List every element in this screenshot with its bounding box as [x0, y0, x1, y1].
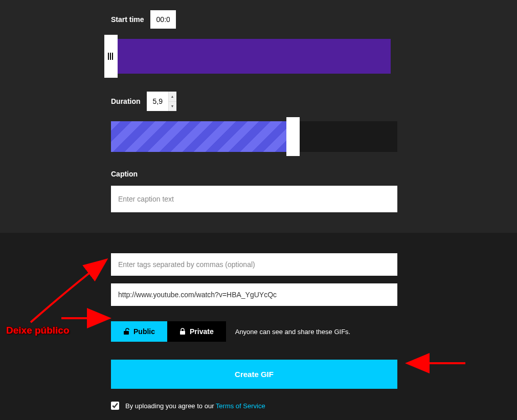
start-time-label: Start time — [111, 15, 144, 24]
duration-decrement-button[interactable]: ▼ — [169, 102, 176, 112]
source-url-input[interactable] — [111, 283, 397, 306]
private-label: Private — [190, 327, 214, 336]
agree-text: By uploading you agree to our Terms of S… — [125, 402, 265, 410]
svg-rect-0 — [124, 331, 129, 335]
start-time-handle[interactable] — [104, 35, 118, 78]
tags-input[interactable] — [111, 253, 397, 276]
tos-link[interactable]: Terms of Service — [216, 402, 265, 410]
visibility-description: Anyone can see and share these GIFs. — [235, 328, 350, 336]
duration-handle[interactable] — [286, 117, 300, 156]
unlock-icon — [123, 328, 129, 335]
lock-icon — [179, 328, 186, 335]
caption-input[interactable] — [111, 186, 397, 212]
duration-increment-button[interactable]: ▲ — [169, 92, 176, 102]
svg-rect-1 — [180, 331, 185, 335]
agree-checkbox[interactable] — [111, 402, 119, 410]
duration-fill-region — [111, 121, 286, 152]
duration-label: Duration — [111, 97, 141, 105]
caption-label: Caption — [111, 170, 406, 178]
create-gif-button[interactable]: Create GIF — [111, 360, 397, 389]
public-button[interactable]: Public — [111, 321, 167, 342]
start-time-track[interactable] — [104, 39, 391, 74]
start-time-input[interactable] — [150, 10, 176, 29]
public-label: Public — [133, 327, 155, 336]
duration-input[interactable] — [147, 92, 168, 110]
private-button[interactable]: Private — [167, 321, 226, 342]
duration-track[interactable] — [111, 121, 397, 152]
